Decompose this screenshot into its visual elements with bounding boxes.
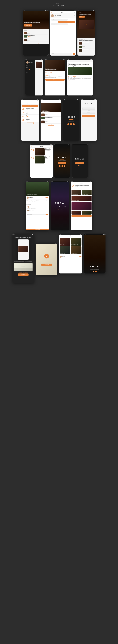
recipe-thumb-3 bbox=[79, 49, 82, 52]
sidebar-item-collections[interactable]: Collections bbox=[26, 70, 34, 72]
get-started-btn-2[interactable]: Get Started bbox=[75, 162, 84, 164]
password-field[interactable]: Password bbox=[82, 109, 95, 111]
phone-gift-card: 9:41▌▌▌ How to get premium gift caps Roy… bbox=[13, 234, 34, 283]
add-comment-btn[interactable]: Add a comment bbox=[35, 229, 40, 230]
top1-title: Find out what's good and unique bbox=[45, 148, 52, 150]
page-title: Screens bbox=[0, 4, 118, 7]
phone-chat: 9:41▌▌▌ ☰ EDDA 🔍 Lisa Thompson Online bbox=[50, 10, 76, 56]
page-wrapper: EDDA Screens 9:41▌▌▌ WiFi EDDA Make a fr… bbox=[0, 0, 118, 286]
send-btn[interactable]: ➤ bbox=[73, 53, 75, 55]
strawberry-title: Strawberry-Almond Cream Tart bbox=[72, 209, 82, 210]
sidebar-item-restaurants[interactable]: Restaurants bbox=[26, 65, 34, 66]
tw-overlay[interactable]: t bbox=[95, 270, 97, 272]
reservation-nav: Reservation bbox=[28, 100, 32, 101]
commenter-2 bbox=[27, 210, 29, 211]
comment-input[interactable]: Write a comment... bbox=[27, 214, 45, 215]
fb-overlay[interactable]: f bbox=[93, 270, 94, 272]
edda-nav-logo: EDDA bbox=[61, 12, 65, 13]
recipe-thumb-1 bbox=[79, 42, 82, 44]
load-more-btn[interactable]: Load More bbox=[24, 42, 48, 43]
twitter-icon[interactable]: t bbox=[70, 123, 72, 125]
mexican-title: Mexican Food Favorites bbox=[27, 192, 38, 194]
message-input[interactable]: Message... bbox=[51, 53, 72, 55]
filter-table[interactable]: Every Table bbox=[26, 102, 30, 104]
row-7: 9:41▌▌▌ ← Featured ⋯ Sweet Corn with Bac… bbox=[59, 234, 105, 283]
phone-featured-grid: 9:41▌▌▌ ← Featured ⋯ Sweet Corn with Bac… bbox=[59, 234, 82, 274]
gift-title: How to get premium gift caps bbox=[15, 237, 31, 238]
edda-top: EDDA bbox=[79, 12, 94, 13]
check-now-btn[interactable]: Check Now bbox=[22, 105, 38, 107]
confirm-field[interactable]: Confirm bbox=[82, 112, 95, 114]
edda-overlay-logo: EDDA bbox=[85, 265, 104, 268]
signup-link[interactable]: Not yet a member? Sign up bbox=[85, 118, 92, 118]
phone-edda-delicious: 9:41▌▌▌ EDDA Delicious Food To fit your … bbox=[51, 181, 69, 230]
gp-icon-2[interactable]: g bbox=[64, 165, 66, 167]
phone-edda-dark: 9:41▌▌▌ EDDA Welcome to the world of foo… bbox=[54, 144, 70, 178]
date-19: 19 bbox=[22, 112, 25, 114]
phone-create-account: 9:41▌▌▌ ▶ Create your personal account J… bbox=[36, 243, 57, 275]
follow-btn[interactable]: Follow bbox=[79, 256, 81, 257]
get-started-btn[interactable]: Get Started bbox=[58, 162, 66, 164]
filter-menus[interactable]: Menus bbox=[22, 102, 25, 104]
phone-grilled: 9:41▌▌▌ RECIPE Grilled Ranger Steak 20mi… bbox=[45, 59, 66, 96]
phone-edda-login: 9:41▌▌▌ EDDA Username Password Confirm C… bbox=[81, 99, 97, 141]
brand-label: EDDA bbox=[0, 3, 118, 4]
top2-title: Cooking healthy meals bbox=[45, 156, 52, 158]
fb-icon-2[interactable]: f bbox=[59, 165, 61, 167]
play-circle: ▶ bbox=[44, 254, 49, 258]
phone-reservation-2: 9:41▌▌▌ EDDA Make a Reservation Book Now… bbox=[77, 10, 95, 56]
user-avatar bbox=[51, 14, 54, 17]
get-started-btn-4[interactable]: Get Started bbox=[41, 264, 52, 266]
grilled-title: Grilled Ranger Steak bbox=[45, 69, 56, 70]
commenter-1 bbox=[27, 206, 29, 208]
get-started-btn-3[interactable]: Get Started bbox=[18, 274, 29, 276]
restaurant-item-3: Ferdi's Delicatessen ★★★★☆ Good Food bbox=[24, 38, 48, 42]
cooking-kids-title: Cooking with kids: Healthy meal makeover… bbox=[75, 185, 92, 186]
gplus-icon[interactable]: g bbox=[73, 123, 75, 125]
username-field[interactable]: Username bbox=[82, 107, 95, 109]
restaurant-thumb-2 bbox=[24, 35, 27, 38]
book-now-btn[interactable]: Book Now bbox=[24, 24, 32, 26]
get-recipe-btn[interactable]: Get Recipe bbox=[45, 79, 65, 80]
make-reser-title: Make a Reservation bbox=[79, 14, 94, 15]
phone-cooking-kids: 9:41▌▌▌ ← Featured ⋯ #2 Cooking with kid… bbox=[71, 181, 92, 230]
row-4: 9:41▌▌▌ ← Best of ⋯ #1 Find out what bbox=[30, 144, 88, 178]
date-75: 75 bbox=[22, 108, 25, 110]
restaurant-item-1: Royal Seafood Restaurant ★★★★☆ Good Food bbox=[24, 31, 48, 35]
tw-icon-2[interactable]: t bbox=[62, 165, 63, 167]
raspberry-title: Raspberry Jam Filled Pull-Apart Bread bbox=[79, 40, 94, 41]
sidebar-avatar bbox=[26, 61, 29, 64]
delicious-tagline: Delicious Food To fit your lifestyle bbox=[53, 206, 67, 208]
edda-splash-logo: EDDA bbox=[66, 116, 76, 118]
edda-logo-sm: EDDA bbox=[24, 20, 47, 21]
mexican-sub: From tacos and nachos to margaritas bbox=[27, 194, 38, 195]
sidebar-item-settings[interactable]: Settings bbox=[26, 72, 34, 74]
get-recipe-btn-2[interactable]: Get Recipe bbox=[72, 215, 92, 217]
screens-container: 9:41▌▌▌ WiFi EDDA Make a free reservatio… bbox=[0, 8, 118, 286]
facebook-icon[interactable]: f bbox=[67, 123, 69, 125]
row-2: 9:41▌▌▌ Rob Taylor Restaurants Menus Rec… bbox=[25, 59, 93, 96]
phone-edda-minimal: 9:41▌▌▌ EDDA Get Started bbox=[72, 144, 88, 178]
phone-date-picker: 9:41▌▌▌ ← Reservation 🔍 Menus Every Tabl… bbox=[21, 99, 39, 141]
continue-btn[interactable]: Continue bbox=[82, 115, 95, 117]
date-22: 22 bbox=[22, 115, 25, 118]
load-more-recipe[interactable]: Load More bbox=[48, 124, 54, 126]
book-now-btn-2[interactable]: Book Now bbox=[79, 16, 85, 18]
phone-sidebar: 9:41▌▌▌ Rob Taylor Restaurants Menus Rec… bbox=[25, 59, 43, 96]
create-title: Create your personal account bbox=[40, 260, 53, 261]
reservation-title: Make a free reservation bbox=[24, 22, 47, 23]
restaurant-thumb-1 bbox=[24, 32, 27, 34]
phone-edda-splash: 9:41▌▌▌ EDDA Fine dining experience f t … bbox=[63, 99, 79, 141]
restaurant-item-2: Erica Italian Restaurant ★★★★☆ Good Food bbox=[24, 35, 48, 38]
sidebar-item-recipes[interactable]: Recipes 3 bbox=[26, 68, 34, 70]
submit-comment[interactable]: → bbox=[46, 214, 48, 215]
sidebar-item-menus[interactable]: Menus bbox=[26, 66, 34, 68]
row-6: 9:41▌▌▌ How to get premium gift caps Roy… bbox=[13, 234, 57, 283]
edda-social-row: f t g bbox=[67, 123, 75, 125]
edda-del-logo: EDDA bbox=[55, 202, 65, 204]
create-account-link[interactable]: Create your personal account bbox=[19, 272, 27, 273]
row-5: 9:41▌▌▌ Mexican Food Favorites From taco… bbox=[26, 181, 92, 230]
edda-dark-logo: EDDA bbox=[57, 156, 67, 159]
phone-recipe-overlay: 9:41▌▌▌ EDDA Connecting food lovers worl… bbox=[84, 234, 105, 274]
featured-label: Featured bbox=[24, 30, 48, 31]
